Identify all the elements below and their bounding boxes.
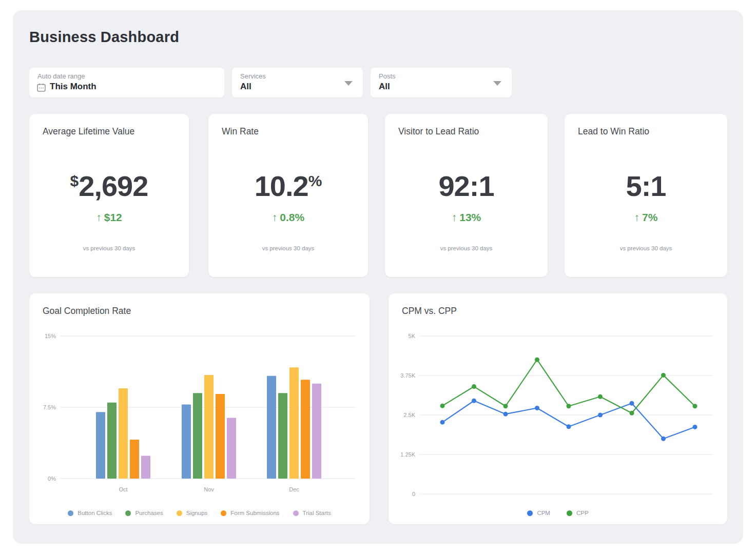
up-arrow-icon: ↑ <box>272 211 278 223</box>
filter-posts-value: All <box>379 82 390 92</box>
legend-label: Button Clicks <box>77 510 112 516</box>
filter-date-range-value: This Month <box>50 82 96 92</box>
bar-chart-legend: Button ClicksPurchasesSignupsForm Submis… <box>29 510 370 516</box>
point-cpm <box>630 401 634 406</box>
legend-dot <box>527 510 533 516</box>
kpi-footnote: vs previous 30 days <box>385 245 548 251</box>
legend-dot <box>177 510 182 516</box>
kpi-card-average-lifetime-value: Average Lifetime Value $2,692 ↑$12 vs pr… <box>29 114 189 277</box>
y-tick-label: 7.5% <box>43 404 56 410</box>
up-arrow-icon: ↑ <box>452 211 457 223</box>
legend-item-cpm[interactable]: CPM <box>527 510 550 516</box>
point-cpm <box>472 399 476 403</box>
point-cpp <box>630 411 634 416</box>
kpi-footnote: vs previous 30 days <box>565 245 727 251</box>
bar-purchases <box>107 403 117 479</box>
bar-trial-starts <box>312 384 321 479</box>
point-cpp <box>567 404 571 408</box>
point-cpm <box>598 413 603 418</box>
filter-date-range-label: Auto date range <box>37 72 85 80</box>
kpi-card-lead-to-win-ratio: Lead to Win Ratio 5:1 ↑7% vs previous 30… <box>565 114 727 277</box>
point-cpp <box>503 404 508 408</box>
legend-item-signups[interactable]: Signups <box>177 510 208 516</box>
kpi-value: 92:1 <box>385 169 548 203</box>
legend-dot <box>125 510 131 516</box>
cpm-vs-cpp-line-chart: 5K3.75K2.5K1.25K0 <box>389 322 727 502</box>
chart-card-goal-completion-rate: Goal Completion Rate 15%7.5%0%OctNovDec … <box>29 293 370 524</box>
page-title: Business Dashboard <box>29 29 179 46</box>
point-cpp <box>661 373 666 378</box>
y-tick-label: 1.25K <box>400 451 415 458</box>
y-tick-label: 0 <box>412 491 415 497</box>
point-cpp <box>693 404 697 408</box>
point-cpm <box>503 412 508 417</box>
kpi-value: 5:1 <box>565 169 727 203</box>
legend-dot <box>221 510 226 516</box>
up-arrow-icon: ↑ <box>96 211 102 223</box>
point-cpp <box>535 358 539 362</box>
kpi-value-prefix: $ <box>70 172 79 189</box>
kpi-title: Win Rate <box>222 126 259 137</box>
filter-posts[interactable]: Posts All <box>371 68 512 97</box>
chevron-down-icon <box>344 81 353 86</box>
kpi-delta: ↑$12 <box>29 211 189 224</box>
calendar-icon <box>37 83 46 94</box>
legend-label: Form Submissions <box>230 510 279 516</box>
kpi-value: $2,692 <box>29 169 189 203</box>
point-cpm <box>661 437 666 441</box>
bar-form-submissions <box>301 380 310 479</box>
legend-dot <box>68 510 73 516</box>
bar-form-submissions <box>216 394 225 479</box>
line-chart-legend: CPMCPP <box>389 510 727 516</box>
dashboard-panel: Business Dashboard Auto date range This … <box>13 10 743 544</box>
filter-posts-label: Posts <box>379 72 396 80</box>
point-cpm <box>567 424 571 429</box>
legend-item-cpp[interactable]: CPP <box>567 510 589 516</box>
x-tick-label: Nov <box>204 486 214 492</box>
kpi-delta: ↑0.8% <box>208 211 368 224</box>
point-cpm <box>440 420 445 425</box>
x-tick-label: Dec <box>289 486 299 492</box>
bar-purchases <box>278 393 287 479</box>
legend-label: Purchases <box>135 510 163 516</box>
filter-date-range[interactable]: Auto date range This Month <box>29 68 224 97</box>
kpi-delta: ↑7% <box>565 211 727 224</box>
bar-form-submissions <box>130 440 139 479</box>
y-tick-label: 15% <box>45 333 56 339</box>
legend-item-form-submissions[interactable]: Form Submissions <box>221 510 279 516</box>
point-cpp <box>440 404 445 408</box>
chart-card-cpm-vs-cpp: CPM vs. CPP 5K3.75K2.5K1.25K0 CPMCPP <box>389 293 727 524</box>
bar-button-clicks <box>267 376 276 479</box>
legend-dot <box>567 510 572 516</box>
kpi-footnote: vs previous 30 days <box>29 245 189 251</box>
kpi-title: Lead to Win Ratio <box>578 126 649 137</box>
legend-item-purchases[interactable]: Purchases <box>125 510 163 516</box>
filter-services[interactable]: Services All <box>232 68 363 97</box>
kpi-value: 10.2% <box>208 169 368 203</box>
legend-item-trial-starts[interactable]: Trial Starts <box>293 510 331 516</box>
y-tick-label: 0% <box>48 476 56 482</box>
bar-trial-starts <box>141 456 150 479</box>
bar-signups <box>289 367 299 479</box>
kpi-card-visitor-to-lead-ratio: Visitor to Lead Ratio 92:1 ↑13% vs previ… <box>385 114 548 277</box>
chevron-down-icon <box>493 81 501 86</box>
bar-button-clicks <box>182 404 191 479</box>
point-cpm <box>535 406 539 410</box>
bar-trial-starts <box>227 418 236 479</box>
legend-item-button-clicks[interactable]: Button Clicks <box>68 510 112 516</box>
y-tick-label: 3.75K <box>400 372 415 379</box>
legend-label: Trial Starts <box>303 510 331 516</box>
legend-dot <box>293 510 299 516</box>
chart-title: CPM vs. CPP <box>402 306 457 316</box>
bar-signups <box>204 375 214 479</box>
kpi-value-suffix: % <box>308 172 322 189</box>
kpi-footnote: vs previous 30 days <box>208 245 368 251</box>
bar-purchases <box>193 393 202 479</box>
y-tick-label: 5K <box>409 333 416 339</box>
up-arrow-icon: ↑ <box>634 211 640 223</box>
kpi-delta: ↑13% <box>385 211 548 224</box>
filter-services-value: All <box>240 82 251 92</box>
point-cpp <box>598 394 603 399</box>
point-cpm <box>693 425 697 429</box>
filter-services-label: Services <box>240 72 266 80</box>
